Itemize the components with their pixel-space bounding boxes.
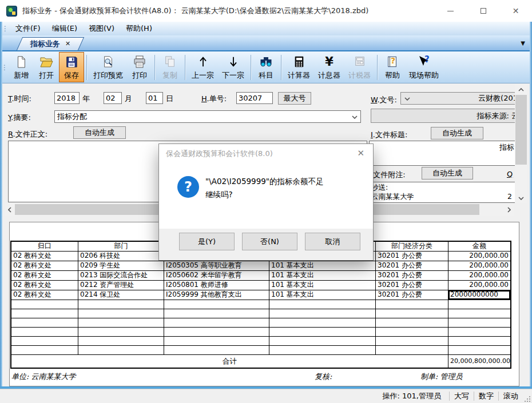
print-button[interactable]: 打印 — [127, 52, 152, 82]
doc-number-label: H.单号: — [201, 94, 227, 104]
total-label-cell: 合计 — [11, 355, 448, 368]
cell[interactable]: 101 基本支出 — [269, 281, 376, 290]
year-unit: 年 — [82, 94, 90, 104]
cell[interactable]: I2059999 其他教育支出 — [164, 290, 269, 300]
menu-file[interactable]: 文件(F) — [10, 22, 46, 35]
cc-box[interactable]: 抄送: 云南某某大学 2 — [369, 182, 521, 203]
tab-close-icon[interactable]: ✕ — [65, 40, 70, 47]
cell[interactable]: 30201 办公费 — [376, 252, 448, 261]
scroll-up-icon[interactable] — [515, 85, 527, 94]
cell[interactable]: 30201 办公费 — [376, 261, 448, 270]
day-unit: 日 — [166, 94, 173, 104]
cell[interactable]: I2050602 来华留学教育 — [164, 271, 269, 280]
next-record-button[interactable]: 下一宗 — [218, 52, 248, 82]
up-arrow-icon — [196, 54, 211, 69]
doc-ref-combobox[interactable]: 云财教(201 — [400, 92, 521, 105]
open-button[interactable]: 打开 — [34, 52, 59, 82]
form-vertical-scrollbar[interactable] — [515, 85, 527, 203]
body-auto-generate-button[interactable]: 自动生成 — [73, 126, 126, 139]
footer-review: 复核: — [315, 372, 332, 382]
cell[interactable]: 02 教科文处 — [11, 290, 78, 300]
cell[interactable]: 0206 科技处 — [78, 252, 164, 261]
cell[interactable]: 200,000.00 — [448, 281, 510, 290]
cancel-button[interactable]: 取消 — [305, 233, 360, 250]
menu-help[interactable]: 帮助(H) — [120, 22, 158, 35]
scroll-down-icon[interactable] — [515, 193, 527, 203]
max-number-button[interactable]: 最大号 — [278, 92, 311, 105]
window-title: 指标业务 - 保会通财政预算和会计软件(A8.0)： 云南某某大学(D:\保会通… — [22, 6, 368, 16]
cell[interactable]: 200,000.00 — [448, 271, 510, 280]
cell[interactable]: 02 教科文处 — [11, 271, 78, 280]
cell[interactable]: 02 教科文处 — [11, 261, 78, 270]
interest-calculator-button[interactable]: ¥ 计息器 — [314, 52, 344, 82]
doc-title-preview[interactable]: 指标 — [369, 141, 521, 166]
cell[interactable]: 101 基本支出 — [269, 261, 376, 270]
operator-status: 操作: 101,管理员 — [375, 391, 449, 401]
year-input[interactable]: 2018 — [54, 92, 80, 104]
menu-view[interactable]: 视图(V) — [83, 22, 120, 35]
maximize-button[interactable] — [467, 0, 499, 22]
new-button[interactable]: 新增 — [9, 52, 34, 82]
table-row-empty — [11, 328, 510, 337]
confirm-dialog: 保会通财政预算和会计软件(8.0) ✕ ? "\A02\I2059999"的指标… — [159, 144, 373, 260]
cell[interactable]: 02 教科文处 — [11, 252, 78, 261]
table-row-empty — [11, 337, 510, 346]
cell[interactable]: I2050801 教师进修 — [164, 281, 269, 290]
subject-button[interactable]: 科目 — [253, 52, 279, 82]
yes-button[interactable]: 是(Y) — [179, 233, 235, 250]
print-preview-button[interactable]: 打印预览 — [89, 52, 127, 82]
tab-indicator-business[interactable]: 指标业务 ✕ — [19, 37, 81, 50]
title-auto-generate-button[interactable]: 自动生成 — [431, 127, 483, 139]
scroll-left-icon[interactable] — [5, 204, 14, 216]
calculator-button[interactable]: 计算器 — [284, 52, 314, 82]
dialog-button-bar: 是(Y) 否(N) 取消 — [159, 229, 373, 260]
help-button[interactable]: ? 帮助 — [380, 52, 405, 82]
cell[interactable]: 0209 学生处 — [78, 261, 164, 270]
copy-button[interactable]: 复制 — [157, 52, 182, 82]
cell[interactable]: 200,000.00 — [448, 261, 510, 270]
cell[interactable]: 101 基本支出 — [269, 290, 376, 300]
binoculars-icon — [259, 54, 273, 69]
total-amount-cell: 20,000,800,000.00 — [448, 355, 510, 368]
cell[interactable]: 30201 办公费 — [376, 281, 448, 290]
col-header: 金额 — [448, 242, 510, 251]
cell[interactable]: 30201 办公费 — [376, 290, 448, 300]
previous-record-button[interactable]: 上一宗 — [188, 52, 218, 82]
close-button[interactable]: ✕ — [499, 0, 532, 22]
tax-calculator-button[interactable]: 计税器 — [344, 52, 375, 82]
yen-icon: ¥ — [322, 54, 337, 69]
save-button[interactable]: 保存 — [59, 52, 84, 82]
menu-edit[interactable]: 编辑(E) — [46, 22, 83, 35]
day-input[interactable]: 01 — [146, 92, 163, 104]
no-button[interactable]: 否(N) — [242, 233, 297, 250]
status-bar: 操作: 101,管理员 大写 数字 滚动 — [0, 389, 532, 403]
table-row-empty — [11, 300, 510, 309]
resize-grip[interactable] — [523, 389, 532, 403]
cell[interactable]: 101 基本支出 — [269, 271, 376, 280]
month-input[interactable]: 02 — [104, 92, 122, 104]
body-label: R.文件正文: — [8, 129, 47, 139]
dialog-message-line1: "\A02\I2059999"的指标余额不足 — [205, 177, 324, 187]
cell[interactable]: 30201 办公费 — [376, 271, 448, 280]
selected-amount-cell[interactable]: 20000000000 — [448, 290, 510, 300]
cell[interactable]: 0214 保卫处 — [78, 290, 164, 300]
printer-icon — [132, 54, 147, 69]
vertical-scroll-thumb[interactable] — [515, 95, 527, 165]
table-total-row: 合计 20,000,800,000.00 — [11, 355, 510, 368]
dialog-message-line2: 继续吗? — [205, 190, 233, 200]
summary-combobox[interactable]: 指标分配 — [54, 110, 361, 123]
live-help-button[interactable]: ? 现场帮助 — [405, 52, 443, 82]
cell[interactable]: 200,000.00 — [448, 252, 510, 261]
cell[interactable]: 0213 国际交流合作处 — [78, 271, 164, 280]
summary-label: Y.摘要: — [8, 113, 31, 123]
doc-number-input[interactable]: 30207 — [236, 92, 273, 104]
tab-list-dropdown-icon[interactable]: ▼ — [521, 40, 525, 46]
note-auto-generate-button[interactable]: 自动生成 — [422, 167, 473, 179]
tab-strip: 指标业务 ✕ ▼ — [0, 35, 532, 51]
cell[interactable]: I2050305 高等职业教育 — [164, 261, 269, 270]
cell[interactable]: 02 教科文处 — [11, 281, 78, 290]
minimize-button[interactable] — [434, 0, 467, 22]
dialog-close-icon[interactable]: ✕ — [357, 148, 364, 158]
scroll-right-icon[interactable] — [504, 204, 514, 216]
cell[interactable]: 0212 资产管理处 — [78, 281, 164, 290]
